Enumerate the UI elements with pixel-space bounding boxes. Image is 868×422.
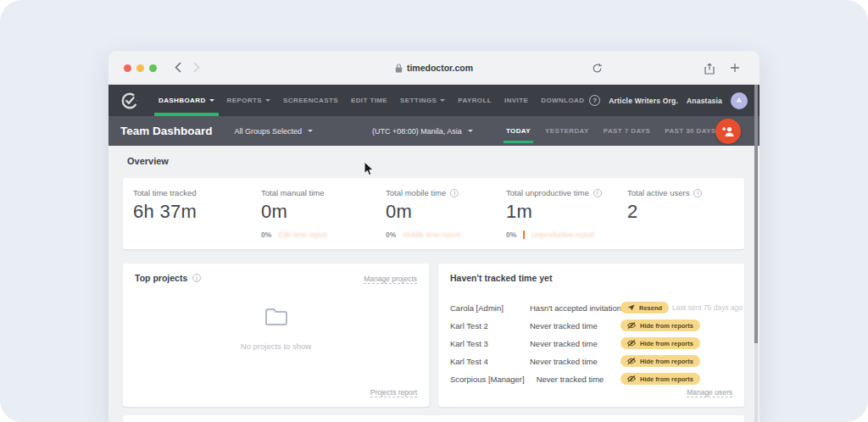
new-tab-icon[interactable] [730,63,740,73]
table-row: Karl Test 2 Never tracked time Hide from… [450,319,732,332]
browser-window: timedoctor.com DASHBOARD [108,51,760,422]
tab-past-7-days[interactable]: PAST 7 DAYS [604,116,651,146]
user-status: Never tracked time [530,339,598,348]
group-selector[interactable]: All Groups Selected [235,127,314,136]
page-title: Team Dashboard [120,125,213,137]
chevron-down-icon [265,99,270,102]
nav-item-label: DASHBOARD [159,97,206,104]
add-user-button[interactable] [715,119,741,144]
page-background: timedoctor.com DASHBOARD [0,0,868,422]
user-name[interactable]: Anastasia [687,97,722,105]
mobile-time-report-link[interactable]: Mobile time report [403,230,460,239]
avatar[interactable]: A [731,92,748,109]
unproductive-report-link[interactable]: Unproductive report [531,230,595,239]
table-row: Karl Test 3 Never tracked time Hide from… [450,336,732,350]
nav-item-reports[interactable]: REPORTS [227,85,270,116]
tab-yesterday[interactable]: YESTERDAY [545,116,589,146]
stat-label: Total active users [627,188,689,197]
hide-from-reports-button[interactable]: Hide from reports [620,373,700,385]
user-status: Never tracked time [530,357,598,366]
stat-total-unproductive-time: Total unproductive timei 1m [506,188,602,223]
top-projects-title: Top projects i [135,273,201,283]
tab-label: YESTERDAY [545,127,589,135]
tab-label: TODAY [506,127,531,135]
tab-today[interactable]: TODAY [506,116,531,146]
stat-total-time-tracked: Total time tracked 6h 37m [133,188,197,223]
nav-item-settings[interactable]: SETTINGS [400,85,445,116]
percent-value: 0% [506,230,516,239]
stat-total-mobile-time: Total mobile timei 0m [386,188,459,223]
resend-button[interactable]: Resend [620,302,669,314]
percent-value: 0% [261,230,271,239]
nav-item-label: EDIT TIME [351,97,387,104]
stat-total-active-users: Total active usersi 2 [627,188,702,223]
hide-from-reports-button[interactable]: Hide from reports [620,337,700,349]
user-status: Never tracked time [537,375,604,384]
pill-label: Hide from reports [640,358,693,365]
nav-item-download[interactable]: DOWNLOAD [541,85,584,116]
info-icon[interactable]: i [693,189,702,197]
add-person-icon [721,125,735,137]
eye-off-icon [627,358,636,364]
stat-label: Total manual time [261,188,324,197]
tab-past-30-days[interactable]: PAST 30 DAYS [665,116,715,146]
hide-from-reports-button[interactable]: Hide from reports [620,319,700,331]
table-row: Scorpious [Manager] Never tracked time H… [450,372,732,386]
nav-item-payroll[interactable]: PAYROLL [458,85,492,116]
nav-item-screencasts[interactable]: SCREENCASTS [283,85,338,116]
time-doctor-logo-icon [120,92,139,110]
info-icon[interactable]: i [192,274,201,282]
next-section-card [123,415,744,422]
last-sent-text: Last sent 75 days ago [672,303,743,312]
table-row: Karl Test 4 Never tracked time Hide from… [450,354,732,368]
chevron-down-icon [308,130,313,132]
chevron-down-icon [440,99,445,102]
empty-projects-text: No projects to show [123,341,429,351]
eye-off-icon [627,375,636,382]
folder-icon [264,308,288,326]
address-bar[interactable]: timedoctor.com [108,51,760,85]
timezone-selector[interactable]: (UTC +08:00) Manila, Asia [372,127,473,136]
stat-total-manual-time: Total manual time 0m [261,188,324,223]
url-text: timedoctor.com [407,63,473,73]
user-name: Carola [Admin] [450,303,518,313]
organization-name[interactable]: Article Writers Org. [609,97,678,105]
projects-report-link[interactable]: Projects report [370,388,417,397]
reload-icon[interactable] [592,63,603,74]
mouse-cursor-icon [364,161,375,176]
user-name: Scorpious [Manager] [450,375,525,384]
info-icon[interactable]: i [450,189,459,197]
manage-projects-link[interactable]: Manage projects [364,275,417,284]
eye-off-icon [627,340,636,347]
hide-from-reports-button[interactable]: Hide from reports [620,355,700,367]
share-icon[interactable] [704,63,715,75]
manage-users-link[interactable]: Manage users [687,388,732,397]
nav-item-invite[interactable]: INVITE [504,85,528,116]
stat-value: 1m [506,201,602,223]
eye-off-icon [627,322,636,329]
browser-chrome: timedoctor.com [108,51,760,85]
nav-item-edit-time[interactable]: EDIT TIME [351,85,387,116]
nav-item-label: INVITE [504,97,528,104]
help-icon[interactable]: ? [589,95,600,106]
user-name: Karl Test 4 [450,357,518,366]
manual-time-report-link[interactable]: Edit time report [278,230,327,239]
chevron-down-icon [468,130,473,132]
scrollbar-thumb[interactable] [754,85,758,343]
info-icon[interactable]: i [593,189,602,197]
stat-value: 6h 37m [133,201,197,223]
team-dashboard-bar: Team Dashboard All Groups Selected (UTC … [108,116,760,146]
nav-item-label: DOWNLOAD [541,97,584,104]
overview-stats-card: Total time tracked 6h 37m Total manual t… [123,178,744,249]
send-icon [627,304,635,311]
user-status: Never tracked time [530,321,598,330]
text-caret [523,230,525,239]
table-row: Carola [Admin] Hasn't accepted invitatio… [450,301,732,314]
tab-label: PAST 30 DAYS [665,127,715,135]
nav-item-label: SETTINGS [400,97,437,104]
nav-item-dashboard[interactable]: DASHBOARD [159,85,214,116]
scrollbar-track[interactable] [754,85,758,422]
user-status: Hasn't accepted invitation [530,303,621,313]
unproductive-time-percent: 0% Unproductive report [506,230,594,239]
tab-label: PAST 7 DAYS [604,127,651,135]
